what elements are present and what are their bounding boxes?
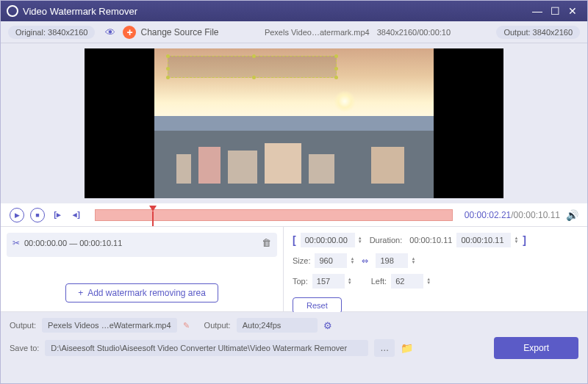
add-area-button[interactable]: + Add watermark removing area (65, 283, 218, 303)
scissors-icon: ✂ (12, 238, 20, 248)
volume-icon[interactable]: 🔊 (566, 209, 578, 221)
video-preview[interactable] (154, 48, 434, 198)
original-resolution-label: Original: 3840x2160 (8, 26, 95, 39)
source-meta: 3840x2160/00:00:10 (377, 28, 451, 37)
export-button[interactable]: Export (494, 337, 578, 359)
app-logo-icon (7, 5, 18, 17)
output-format: Auto;24fps (237, 318, 318, 333)
left-spinner[interactable]: ▲▼ (426, 278, 431, 285)
minimize-button[interactable]: — (528, 2, 546, 20)
position-row: Top: ▲▼ Left: ▲▼ (293, 274, 578, 289)
stop-button[interactable]: ■ (30, 208, 45, 222)
height-input[interactable] (376, 253, 408, 268)
plus-icon: + (78, 288, 83, 298)
output-filename: Pexels Videos …eWatermark.mp4 (42, 318, 177, 333)
areas-panel: ✂ 00:00:00.00 — 00:00:10.11 🗑 + Add wate… (1, 227, 284, 311)
browse-button[interactable]: … (374, 339, 395, 357)
mark-out-button[interactable]: ◂] (70, 209, 83, 222)
duration-value: 00:00:10.11 (409, 236, 452, 244)
app-window: Video Watermark Remover — ☐ ✕ Original: … (0, 0, 588, 384)
bracket-out-button[interactable]: ] (523, 234, 526, 246)
width-input[interactable] (315, 253, 347, 268)
close-button[interactable]: ✕ (564, 2, 581, 20)
bottom-panel: Output: Pexels Videos …eWatermark.mp4 ✎ … (1, 312, 587, 383)
mid-panel: ✂ 00:00:00.00 — 00:00:10.11 🗑 + Add wate… (1, 227, 587, 312)
area-item[interactable]: ✂ 00:00:00.00 — 00:00:10.11 🗑 (7, 233, 277, 257)
trim-row: [ ▲▼ Duration:00:00:10.11 ▲▼ ] (293, 233, 578, 247)
output-format-label: Output: (204, 321, 231, 330)
app-title: Video Watermark Remover (23, 6, 137, 17)
playhead[interactable] (149, 206, 157, 211)
maximize-button[interactable]: ☐ (546, 2, 564, 20)
left-label: Left: (371, 277, 387, 286)
trim-start-input[interactable] (301, 233, 355, 247)
left-input[interactable] (391, 274, 423, 289)
width-spinner[interactable]: ▲▼ (350, 257, 354, 264)
area-range-label: 00:00:00.00 — 00:00:10.11 (24, 239, 122, 247)
open-folder-icon[interactable]: 📁 (401, 342, 413, 354)
reset-button[interactable]: Reset (293, 297, 342, 314)
video-container (85, 48, 503, 198)
properties-panel: [ ▲▼ Duration:00:00:10.11 ▲▼ ] Size: ▲▼ … (284, 227, 587, 311)
bracket-in-button[interactable]: [ (293, 234, 296, 246)
link-aspect-icon[interactable]: ⇔ (362, 256, 368, 266)
output-label: Output: (10, 321, 36, 330)
change-source-label: Change Source File (140, 27, 218, 37)
trim-end-spinner[interactable]: ▲▼ (514, 236, 518, 244)
source-filename: Pexels Video…atermark.mp4 (265, 28, 370, 37)
save-row: Save to: D:\Aiseesoft Studio\Aiseesoft V… (10, 337, 578, 359)
save-to-label: Save to: (10, 344, 39, 352)
transport-bar: ▶ ■ [▸ ◂] 00:00:02.21/00:00:10.11 🔊 (1, 203, 587, 227)
top-spinner[interactable]: ▲▼ (348, 278, 352, 285)
timecode-display: 00:00:02.21/00:00:10.11 (465, 210, 560, 220)
trim-start-spinner[interactable]: ▲▼ (358, 236, 362, 244)
change-source-button[interactable]: + Change Source File (123, 26, 218, 39)
output-row: Output: Pexels Videos …eWatermark.mp4 ✎ … (10, 318, 578, 333)
settings-icon[interactable]: ⚙ (323, 320, 332, 331)
top-input[interactable] (312, 274, 345, 289)
save-path: D:\Aiseesoft Studio\Aiseesoft Video Conv… (45, 340, 368, 356)
play-button[interactable]: ▶ (10, 208, 24, 222)
add-area-label: Add watermark removing area (87, 288, 206, 298)
mark-in-button[interactable]: [▸ (51, 209, 64, 222)
size-row: Size: ▲▼ ⇔ ▲▼ (293, 253, 578, 268)
output-resolution-label: Output: 3840x2160 (496, 26, 580, 39)
titlebar: Video Watermark Remover — ☐ ✕ (1, 1, 587, 21)
timeline-scrubber[interactable] (95, 209, 453, 221)
plus-icon: + (123, 26, 136, 39)
visibility-toggle-icon[interactable]: 👁 (105, 26, 115, 38)
toolbar: Original: 3840x2160 👁 + Change Source Fi… (1, 21, 587, 43)
top-label: Top: (293, 277, 308, 286)
duration-label: Duration: (370, 236, 403, 244)
preview-area (1, 43, 587, 203)
edit-filename-icon[interactable]: ✎ (183, 321, 190, 330)
delete-area-button[interactable]: 🗑 (262, 237, 271, 248)
trim-end-input[interactable] (456, 233, 511, 247)
size-label: Size: (293, 256, 310, 265)
watermark-selection-box[interactable] (168, 56, 337, 78)
height-spinner[interactable]: ▲▼ (411, 257, 415, 264)
